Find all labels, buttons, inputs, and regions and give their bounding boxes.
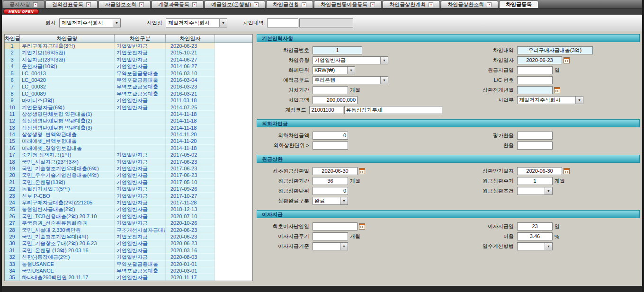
table-row[interactable]: 24우리구매자금대출(2억)221205기업일반자금2017-11-28 bbox=[5, 199, 252, 206]
dropdown-arrow-icon[interactable]: ▼ bbox=[545, 187, 552, 195]
tab-close-icon[interactable]: × bbox=[33, 2, 38, 7]
tab-차입금상환조회[interactable]: 차입금상환조회× bbox=[441, 0, 498, 8]
dropdown-arrow-icon[interactable]: ▼ bbox=[380, 57, 388, 64]
field-input[interactable]: 우리구매자금대출(3억) bbox=[517, 46, 593, 54]
tab-close-icon[interactable]: × bbox=[192, 2, 197, 7]
table-row[interactable]: 31국민_온렌딩 (13억) 20.03.16기업일반자금2020-03-16 bbox=[5, 247, 252, 254]
table-row[interactable]: 10기업운영자금(6억)기업일반자금2014-07-25 bbox=[5, 104, 252, 111]
dropdown-arrow-icon[interactable]: ▼ bbox=[575, 97, 583, 104]
tab-결의전표등록[interactable]: 결의전표등록× bbox=[45, 0, 98, 8]
table-row[interactable]: 33농협USANCE무역포괄금융대출2020-01-01 bbox=[5, 261, 252, 267]
table-row[interactable]: 2기업기보(16억5천)기업운전자금2015-10-21 bbox=[5, 49, 252, 56]
loan-detail-input[interactable] bbox=[267, 18, 298, 27]
tab-close-icon[interactable]: × bbox=[302, 2, 306, 7]
table-row[interactable]: 7LC_00032무역포괄금융대출2016-03-23 bbox=[5, 83, 252, 90]
field-input[interactable]: 3.46 bbox=[517, 232, 553, 240]
table-row[interactable]: 3시설자금(23억3천)기업일반자금2014-06-27 bbox=[5, 56, 252, 63]
tab-close-icon[interactable]: × bbox=[139, 2, 144, 7]
dropdown-arrow-icon[interactable]: ▼ bbox=[545, 243, 552, 250]
field-input[interactable]: 0 bbox=[313, 187, 348, 195]
field-input[interactable]: 0 bbox=[313, 132, 348, 140]
field-combo[interactable]: 우리은행▼ bbox=[313, 76, 388, 84]
dropdown-arrow-icon[interactable]: ▼ bbox=[340, 197, 348, 204]
tab-차입금등록[interactable]: 차입금등록 bbox=[499, 0, 538, 8]
tab-차입금상환계획[interactable]: 차입금상환계획× bbox=[383, 0, 440, 8]
site-select[interactable]: 제일저지주식회사 ▼ bbox=[166, 18, 227, 27]
table-row[interactable]: 20국민_우수기술기업신용대출(4억)기업일반자금2017-06-23 bbox=[5, 172, 252, 178]
menu-open-button[interactable]: MENU OPEN bbox=[3, 9, 39, 14]
field-input[interactable]: 36 bbox=[313, 177, 348, 185]
field-input[interactable] bbox=[517, 76, 553, 84]
table-row[interactable]: 5LC_00413무역포괄금융대출2016-03-10 bbox=[5, 70, 252, 77]
table-row[interactable]: 25농협일반자금대출(2억)기업일반자금2018-12-13 bbox=[5, 206, 252, 212]
tab-차입금변동이율등록[interactable]: 차입금변동이율등록× bbox=[314, 0, 382, 8]
field-input[interactable] bbox=[313, 232, 348, 240]
field-input[interactable]: 21001100 bbox=[309, 106, 343, 114]
table-row[interactable]: 35하나대출260백만원 20.11.17기업일반자금2020-11-17 bbox=[5, 274, 252, 281]
field-input[interactable] bbox=[313, 222, 358, 230]
table-row[interactable]: 16미래에셋_경영인보험대출2014-11-18 bbox=[5, 145, 252, 151]
table-row[interactable]: 28국민_시설대 2,330백만원구조개선시설자금대출2020-06-23 bbox=[5, 227, 252, 233]
dropdown-arrow-icon[interactable]: ▼ bbox=[347, 67, 355, 74]
calendar-icon[interactable] bbox=[564, 168, 570, 174]
tab-close-icon[interactable]: × bbox=[429, 2, 433, 7]
table-row[interactable]: 27부국증권_선순위유동화증권기업일반자금2020-10-26 bbox=[5, 220, 252, 226]
field-input[interactable] bbox=[517, 86, 553, 94]
calendar-icon[interactable] bbox=[359, 223, 365, 230]
field-input[interactable] bbox=[313, 142, 348, 150]
field-input[interactable]: 2020-06-30 bbox=[313, 167, 358, 175]
tab-close-icon[interactable]: × bbox=[370, 2, 375, 7]
tab-close-icon[interactable]: × bbox=[487, 2, 492, 7]
tab-close-icon[interactable]: × bbox=[86, 2, 91, 7]
table-row[interactable]: 26국민_TCB신용대출(2억) 20.7.10기업일반자금2020-07-10 bbox=[5, 213, 252, 220]
company-select[interactable]: 제일저지주식회사 ▼ bbox=[59, 18, 121, 27]
field-combo[interactable]: 완료▼ bbox=[313, 197, 348, 205]
table-row[interactable]: 34국민USANCE무역포괄금융대출2020-03-01 bbox=[5, 267, 252, 274]
table-row[interactable]: 1우리구매자금대출(3억)기업일반자금2020-06-23 bbox=[5, 43, 252, 49]
tab-예금일보(은행별)[interactable]: 예금일보(은행별)× bbox=[205, 0, 265, 8]
table-row[interactable]: 6LC_00420무역포괄금융대출2016-03-04 bbox=[5, 77, 252, 83]
table-row[interactable]: 19국민_기술창조기업우대대출(6억)기업일반자금2017-06-23 bbox=[5, 165, 252, 172]
field-input[interactable] bbox=[517, 132, 553, 140]
dropdown-arrow-icon[interactable]: ▼ bbox=[340, 243, 348, 250]
field-combo[interactable]: KRW(₩)▼ bbox=[313, 66, 355, 74]
table-row[interactable]: 13삼성생명단체보험 약관대출(3)2014-11-18 bbox=[5, 124, 252, 131]
tab-공지사항[interactable]: 공지사항× bbox=[3, 0, 45, 8]
field-input[interactable]: 200,000,000 bbox=[313, 96, 358, 104]
calendar-icon[interactable] bbox=[359, 168, 365, 174]
calendar-icon[interactable] bbox=[564, 57, 570, 63]
field-input[interactable]: 2020-06-23 bbox=[517, 56, 562, 64]
field-input[interactable] bbox=[517, 66, 553, 74]
table-row[interactable]: 29국민_기술창조기업우대(4억)기업운전자금2020-06-23 bbox=[5, 233, 252, 240]
table-row[interactable]: 8LC_00089무역포괄금융대출2016-03-21 bbox=[5, 90, 252, 97]
field-combo[interactable]: ▼ bbox=[517, 242, 553, 250]
dropdown-arrow-icon[interactable]: ▼ bbox=[380, 77, 388, 84]
field-combo[interactable]: 기업일반자금▼ bbox=[313, 56, 388, 64]
field-combo[interactable]: 제일저지주식회사▼ bbox=[517, 96, 583, 104]
table-row[interactable]: 18국민_시설자금(23억3천)기업일반자금2017-06-23 bbox=[5, 159, 252, 165]
table-row[interactable]: 32신한(-)통장예금(2억)기업일반자금2020-08-03 bbox=[5, 254, 252, 260]
tab-자금일보조회[interactable]: 자금일보조회× bbox=[98, 0, 151, 8]
table-row[interactable]: 15미래에셋_변액보험대출2014-11-20 bbox=[5, 138, 252, 144]
table-row[interactable]: 23신보 P-CBO기업일반자금2017-10-27 bbox=[5, 193, 252, 199]
table-row[interactable]: 4운전자금(10억)기업일반자금2014-06-27 bbox=[5, 63, 252, 70]
calendar-icon[interactable] bbox=[554, 87, 560, 93]
tab-close-icon[interactable]: × bbox=[254, 2, 259, 7]
field-input[interactable]: 유동성장기부채 bbox=[344, 106, 443, 114]
field-input[interactable]: 1 bbox=[313, 46, 362, 54]
field-input[interactable]: 23 bbox=[517, 222, 553, 230]
field-input[interactable]: 2020-06-30 bbox=[517, 167, 562, 175]
table-row[interactable]: 21국민_온렌딩(13억)기업일반자금2017-05-10 bbox=[5, 179, 252, 186]
table-row[interactable]: 30국민_기술창조우대(2억) 20.6.23기업일반자금2020-06-23 bbox=[5, 240, 252, 247]
table-row[interactable]: 17중기청 정책자금(1억)기업일반자금2017-05-02 bbox=[5, 151, 252, 158]
table-row[interactable]: 11삼성생명단체보험 약관대출(1)2014-11-18 bbox=[5, 111, 252, 117]
field-input[interactable] bbox=[517, 142, 553, 150]
field-input[interactable] bbox=[313, 86, 348, 94]
tab-차입금현황[interactable]: 차입금현황× bbox=[266, 0, 313, 8]
field-input[interactable]: 1 bbox=[517, 177, 553, 185]
table-row[interactable]: 14삼성생명_변액약관대출2014-11-20 bbox=[5, 131, 252, 138]
tab-계정과목등록[interactable]: 계정과목등록× bbox=[152, 0, 204, 8]
field-combo[interactable]: ▼ bbox=[313, 242, 348, 250]
table-row[interactable]: 9마이너스(3억)기업일반자금2011-03-18 bbox=[5, 97, 252, 104]
table-row[interactable]: 22농협장기차입금(5억)기업일반자금2017-09-26 bbox=[5, 186, 252, 192]
